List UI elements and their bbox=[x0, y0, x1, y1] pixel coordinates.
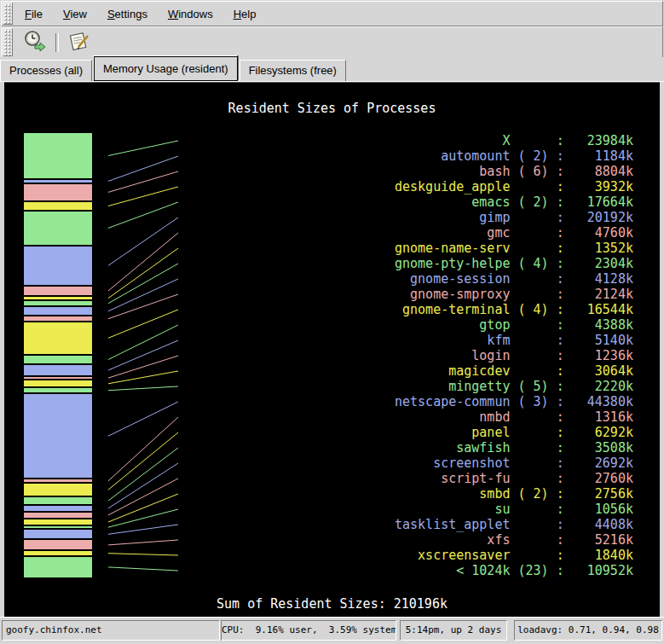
menu-settings[interactable]: Settings bbox=[97, 3, 158, 25]
process-row: deskguide_apple : 3932k bbox=[395, 179, 633, 194]
process-row: script-fu : 2760k bbox=[395, 471, 633, 486]
process-row: gnome-name-serv : 1352k bbox=[395, 241, 633, 256]
tab-bar: Processes (all)Memory Usage (resident)Fi… bbox=[0, 57, 664, 82]
clock-run-icon bbox=[23, 29, 47, 55]
connector-line bbox=[108, 463, 178, 508]
process-list: X : 23984k automount ( 2) : 1184k bash (… bbox=[395, 133, 633, 578]
connector-line bbox=[108, 356, 178, 378]
process-row: gnome-smproxy : 2124k bbox=[395, 287, 633, 302]
menubar: FileViewSettingsWindowsHelp bbox=[1, 1, 663, 26]
menubar-grip-handle[interactable] bbox=[3, 3, 13, 25]
bar-segment-gnome-smproxy bbox=[24, 316, 92, 321]
bar-segment-bash bbox=[24, 184, 92, 200]
chart-panel: Resident Sizes of Processes X : 23984k a… bbox=[4, 82, 660, 617]
bar-segment-gnome-name-serv bbox=[24, 297, 92, 299]
status-hostname: goofy.chinfox.net bbox=[2, 620, 220, 641]
process-row: bash ( 6) : 8804k bbox=[395, 164, 633, 179]
stacked-bar bbox=[24, 133, 92, 577]
process-row: panel : 6292k bbox=[395, 425, 633, 440]
process-row: netscape-commun ( 3) : 44380k bbox=[395, 394, 633, 409]
bar-segment-gtop bbox=[24, 356, 92, 364]
process-row: < 1024k (23) : 10952k bbox=[395, 563, 633, 578]
process-row: gtop : 4388k bbox=[395, 317, 633, 333]
process-row: emacs ( 2) : 17664k bbox=[395, 194, 633, 210]
bar-segment-gmc bbox=[24, 287, 92, 296]
menu-help[interactable]: Help bbox=[223, 3, 267, 25]
tab-processes[interactable]: Processes (all) bbox=[0, 60, 92, 81]
process-row: kfm : 5140k bbox=[395, 333, 633, 348]
connector-line bbox=[108, 448, 178, 501]
bar-segment-kfm bbox=[24, 365, 92, 374]
statusbar: goofy.chinfox.net CPU: 9.16% user, 3.59%… bbox=[0, 617, 664, 643]
tab-memory[interactable]: Memory Usage (resident) bbox=[94, 56, 238, 81]
toolbar-grip-handle[interactable] bbox=[3, 28, 13, 56]
bar-segment-script-fu bbox=[24, 513, 92, 518]
connector-line bbox=[108, 554, 178, 555]
bar-segment-su bbox=[24, 526, 92, 528]
bar-segment-gnome-terminal bbox=[24, 322, 92, 354]
status-loadavg: loadavg: 0.71, 0.94, 0.98 bbox=[514, 620, 662, 641]
process-row: automount ( 2) : 1184k bbox=[395, 148, 633, 164]
bar-segment-emacs bbox=[24, 212, 92, 245]
process-row: gnome-terminal ( 4) : 16544k bbox=[395, 302, 633, 317]
process-row: gnome-pty-helpe ( 4) : 2304k bbox=[395, 256, 633, 271]
menu-items: FileViewSettingsWindowsHelp bbox=[14, 3, 266, 25]
tab-filesystems[interactable]: Filesystems (free) bbox=[240, 60, 346, 81]
process-row: gmc : 4760k bbox=[395, 225, 633, 241]
process-row: gimp : 20192k bbox=[395, 210, 633, 225]
bar-segment-smbd bbox=[24, 519, 92, 525]
connector-line bbox=[108, 156, 178, 181]
process-row: tasklist_applet : 4408k bbox=[395, 517, 633, 532]
process-row: nmbd : 1316k bbox=[395, 409, 633, 425]
process-row: gnome-session : 4128k bbox=[395, 271, 633, 287]
bar-segment-mingetty bbox=[24, 388, 92, 392]
bar-segment-login bbox=[24, 377, 92, 380]
process-row: smbd ( 2) : 2756k bbox=[395, 486, 633, 502]
connector-line bbox=[108, 479, 178, 515]
connector-line bbox=[108, 402, 178, 436]
process-row: xscreensaver : 1840k bbox=[395, 548, 633, 563]
process-row: login : 1236k bbox=[395, 348, 633, 363]
bar-segment-gnome-session bbox=[24, 307, 92, 315]
toolbar bbox=[1, 26, 663, 58]
connector-line bbox=[108, 509, 178, 527]
connector-line bbox=[108, 525, 178, 534]
connector-line bbox=[108, 371, 178, 384]
menu-view[interactable]: View bbox=[53, 3, 97, 25]
bar-segment-panel bbox=[24, 484, 92, 496]
bar-segment-tasklist-applet bbox=[24, 530, 92, 538]
connector-line bbox=[108, 417, 178, 481]
toolbar-separator bbox=[55, 33, 59, 52]
sum-label: Sum of Resident Sizes: 210196k bbox=[4, 596, 660, 612]
process-row: sawfish : 3508k bbox=[395, 440, 633, 455]
connector-line bbox=[108, 567, 178, 571]
connector-line bbox=[108, 310, 178, 338]
process-row: mingetty ( 5) : 2220k bbox=[395, 379, 633, 394]
process-row: screenshot : 2692k bbox=[395, 455, 633, 471]
bar-segment-sawfish bbox=[24, 497, 92, 504]
bar-segment-xscreensaver bbox=[24, 551, 92, 554]
status-time-uptime: 5:14pm, up 2 days bbox=[400, 620, 507, 641]
connector-line bbox=[108, 540, 178, 545]
bar-segment-netscape-commun bbox=[24, 394, 92, 478]
connector-line bbox=[108, 494, 178, 522]
gtop-window: FileViewSettingsWindowsHelp bbox=[0, 0, 664, 644]
connector-line bbox=[108, 187, 178, 206]
bar-segment-magicdev bbox=[24, 380, 92, 386]
menu-windows[interactable]: Windows bbox=[158, 3, 223, 25]
bar-segment-xfs bbox=[24, 540, 92, 550]
process-row: xfs : 5216k bbox=[395, 532, 633, 548]
process-row: X : 23984k bbox=[395, 133, 633, 148]
connector-line bbox=[108, 325, 178, 360]
memo-pencil-icon bbox=[67, 29, 91, 55]
process-row: magicdev : 3064k bbox=[395, 363, 633, 379]
clock-run-button[interactable] bbox=[21, 30, 49, 55]
process-row: su : 1056k bbox=[395, 502, 633, 517]
memo-button[interactable] bbox=[66, 30, 93, 55]
status-cpu: CPU: 9.16% user, 3.59% system bbox=[221, 620, 396, 641]
connector-line bbox=[108, 386, 178, 391]
connector-line bbox=[108, 141, 178, 156]
menu-file[interactable]: File bbox=[14, 3, 53, 25]
bar-segment-gnome-pty-helpe bbox=[24, 301, 92, 305]
connector-line bbox=[108, 340, 178, 370]
